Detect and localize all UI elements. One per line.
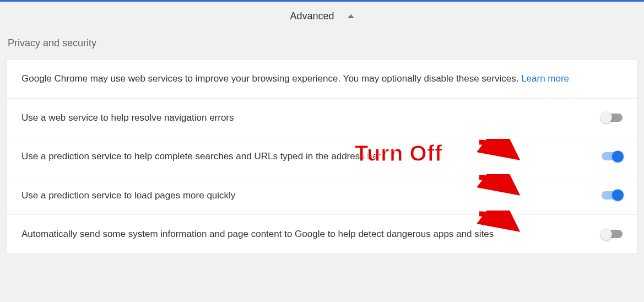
- setting-row-prediction-pages: Use a prediction service to load pages m…: [7, 176, 637, 215]
- setting-row-prediction-search: Use a prediction service to help complet…: [7, 137, 637, 176]
- toggle-send-system-info[interactable]: [602, 230, 623, 238]
- info-row: Google Chrome may use web services to im…: [7, 60, 637, 99]
- toggle-prediction-pages[interactable]: [602, 191, 623, 199]
- chevron-up-icon: [348, 14, 354, 18]
- info-text: Google Chrome may use web services to im…: [21, 73, 521, 84]
- section-title: Privacy and security: [7, 37, 637, 59]
- toggle-navigation-errors[interactable]: [602, 114, 623, 122]
- learn-more-link[interactable]: Learn more: [521, 73, 569, 84]
- privacy-security-section: Privacy and security Google Chrome may u…: [0, 37, 644, 254]
- toggle-knob: [600, 228, 612, 240]
- arrow-icon: [477, 139, 520, 161]
- toggle-knob: [612, 150, 624, 162]
- setting-label: Use a web service to help resolve naviga…: [21, 111, 602, 125]
- advanced-header[interactable]: Advanced: [0, 2, 644, 37]
- setting-row-send-system-info: Automatically send some system informati…: [7, 215, 637, 254]
- toggle-knob: [600, 112, 612, 123]
- toggle-knob: [612, 190, 624, 201]
- settings-card: Google Chrome may use web services to im…: [7, 59, 637, 254]
- arrow-icon: [477, 211, 520, 233]
- setting-row-navigation-errors: Use a web service to help resolve naviga…: [7, 99, 637, 138]
- annotation-label: Turn Off: [355, 141, 442, 166]
- advanced-label: Advanced: [290, 10, 334, 22]
- arrow-icon: [477, 174, 520, 196]
- toggle-prediction-search[interactable]: [602, 152, 623, 160]
